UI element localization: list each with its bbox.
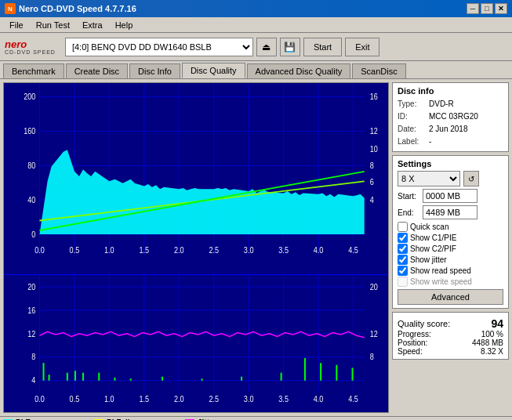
charts-container: 200 160 80 40 0 16 12 10 8 6 4 0.0 0.5 1… — [4, 83, 388, 412]
svg-text:0.0: 0.0 — [34, 245, 45, 255]
exit-button[interactable]: Exit — [345, 38, 379, 56]
svg-text:1.0: 1.0 — [104, 245, 114, 255]
position-row: Position: 4488 MB — [398, 339, 503, 347]
svg-text:4: 4 — [370, 195, 374, 205]
position-value: 4488 MB — [472, 339, 503, 347]
svg-text:4.5: 4.5 — [348, 245, 358, 255]
main-content: 200 160 80 40 0 16 12 10 8 6 4 0.0 0.5 1… — [0, 79, 512, 416]
bottom-chart: 20 16 12 8 4 20 12 8 0.0 0.5 1.0 1.5 2.0… — [4, 275, 388, 412]
right-panel: Disc info Type: DVD-R ID: MCC 03RG20 Dat… — [390, 79, 512, 416]
svg-text:0.0: 0.0 — [34, 395, 45, 404]
svg-text:200: 200 — [24, 92, 35, 101]
app-icon: N — [5, 3, 16, 14]
speed-row: 8 X 4 X 6 X 12 X 16 X ↺ — [398, 171, 503, 186]
stats-bar: PI Errors Average: 49.59 Maximum: 170 To… — [0, 416, 512, 420]
show-write-speed-checkbox[interactable] — [398, 277, 408, 287]
svg-text:3.0: 3.0 — [244, 245, 254, 255]
tab-disc-quality[interactable]: Disc Quality — [182, 63, 245, 78]
tab-advanced-disc-quality[interactable]: Advanced Disc Quality — [247, 63, 351, 78]
svg-text:40: 40 — [27, 195, 35, 205]
tab-create-disc[interactable]: Create Disc — [66, 63, 128, 78]
show-read-speed-checkbox[interactable] — [398, 266, 408, 276]
progress-value: 100 % — [481, 330, 503, 339]
svg-text:4: 4 — [31, 376, 35, 386]
refresh-icon[interactable]: ↺ — [463, 171, 479, 186]
svg-text:2.5: 2.5 — [209, 245, 219, 255]
menu-help[interactable]: Help — [109, 19, 140, 31]
maximize-button[interactable]: □ — [481, 3, 493, 14]
advanced-button[interactable]: Advanced — [398, 289, 503, 305]
svg-text:3.0: 3.0 — [244, 395, 254, 404]
drive-select[interactable]: [4:0] BENQ DVD DD DW1640 BSLB — [65, 38, 253, 56]
titlebar-controls: ─ □ ✕ — [467, 3, 507, 14]
end-mb-label: End: — [398, 208, 419, 217]
svg-text:3.5: 3.5 — [278, 395, 289, 404]
svg-text:0.5: 0.5 — [70, 395, 80, 404]
svg-text:12: 12 — [27, 329, 35, 339]
bottom-chart-svg: 20 16 12 8 4 20 12 8 0.0 0.5 1.0 1.5 2.0… — [4, 275, 388, 412]
svg-text:12: 12 — [370, 126, 378, 136]
type-label: Type: — [398, 98, 429, 110]
svg-text:2.5: 2.5 — [209, 395, 219, 404]
close-button[interactable]: ✕ — [495, 3, 507, 14]
svg-rect-40 — [4, 275, 388, 412]
svg-text:20: 20 — [370, 282, 378, 291]
speed-value: 8.32 X — [481, 347, 503, 356]
id-value: MCC 03RG20 — [429, 110, 478, 123]
show-c1pie-label: Show C1/PIE — [410, 234, 456, 242]
svg-text:1.0: 1.0 — [104, 395, 114, 404]
disc-type-row: Type: DVD-R — [398, 98, 503, 110]
show-c2pif-label: Show C2/PIF — [410, 244, 456, 253]
settings-title: Settings — [398, 159, 503, 168]
menu-file[interactable]: File — [3, 19, 30, 31]
settings-box: Settings 8 X 4 X 6 X 12 X 16 X ↺ Start: … — [392, 155, 509, 309]
nero-logo: nero CD-DVD SPEED — [5, 39, 56, 55]
date-label: Date: — [398, 123, 429, 136]
svg-text:3.5: 3.5 — [278, 245, 289, 255]
quick-scan-row: Quick scan — [398, 222, 503, 232]
start-mb-input[interactable] — [423, 189, 478, 203]
svg-text:10: 10 — [370, 144, 378, 154]
minimize-button[interactable]: ─ — [467, 3, 479, 14]
show-c1pie-checkbox[interactable] — [398, 233, 408, 243]
start-button[interactable]: Start — [303, 38, 342, 56]
end-mb-input[interactable] — [423, 205, 478, 219]
menu-run-test[interactable]: Run Test — [30, 19, 76, 31]
show-jitter-row: Show jitter — [398, 255, 503, 265]
id-label: ID: — [398, 110, 429, 123]
eject-icon[interactable]: ⏏ — [256, 38, 277, 56]
svg-text:4.0: 4.0 — [314, 245, 324, 255]
svg-text:16: 16 — [27, 306, 35, 315]
svg-text:8: 8 — [370, 353, 374, 362]
save-icon[interactable]: 💾 — [280, 38, 300, 56]
progress-label: Progress: — [398, 330, 431, 339]
show-jitter-checkbox[interactable] — [398, 255, 408, 265]
top-chart: 200 160 80 40 0 16 12 10 8 6 4 0.0 0.5 1… — [4, 83, 388, 275]
svg-text:12: 12 — [370, 329, 378, 339]
titlebar: N Nero CD-DVD Speed 4.7.7.16 ─ □ ✕ — [0, 0, 512, 17]
nero-brand: nero — [5, 39, 56, 49]
disc-label-row: Label: - — [398, 136, 503, 148]
speed-select[interactable]: 8 X 4 X 6 X 12 X 16 X — [398, 171, 460, 186]
svg-text:80: 80 — [27, 161, 35, 170]
tab-benchmark[interactable]: Benchmark — [3, 63, 64, 78]
start-row: Start: — [398, 189, 503, 203]
chart-area: 200 160 80 40 0 16 12 10 8 6 4 0.0 0.5 1… — [3, 82, 389, 413]
label-value: - — [429, 136, 431, 148]
tab-disc-info[interactable]: Disc Info — [129, 63, 180, 78]
speed-label: Speed: — [398, 347, 423, 356]
toolbar: nero CD-DVD SPEED [4:0] BENQ DVD DD DW16… — [0, 33, 512, 61]
speed-row2: Speed: 8.32 X — [398, 347, 503, 356]
svg-text:2.0: 2.0 — [174, 395, 184, 404]
svg-text:4.0: 4.0 — [314, 395, 324, 404]
end-row: End: — [398, 205, 503, 219]
show-c2pif-checkbox[interactable] — [398, 244, 408, 254]
svg-text:160: 160 — [24, 126, 35, 136]
quality-score-box: Quality score: 94 Progress: 100 % Positi… — [392, 312, 509, 360]
tabbar: Benchmark Create Disc Disc Info Disc Qua… — [0, 61, 512, 79]
disc-info-box: Disc info Type: DVD-R ID: MCC 03RG20 Dat… — [392, 82, 509, 152]
tab-scandisc[interactable]: ScanDisc — [352, 63, 405, 78]
menu-extra[interactable]: Extra — [76, 19, 109, 31]
svg-text:1.5: 1.5 — [140, 245, 150, 255]
quick-scan-checkbox[interactable] — [398, 222, 408, 232]
